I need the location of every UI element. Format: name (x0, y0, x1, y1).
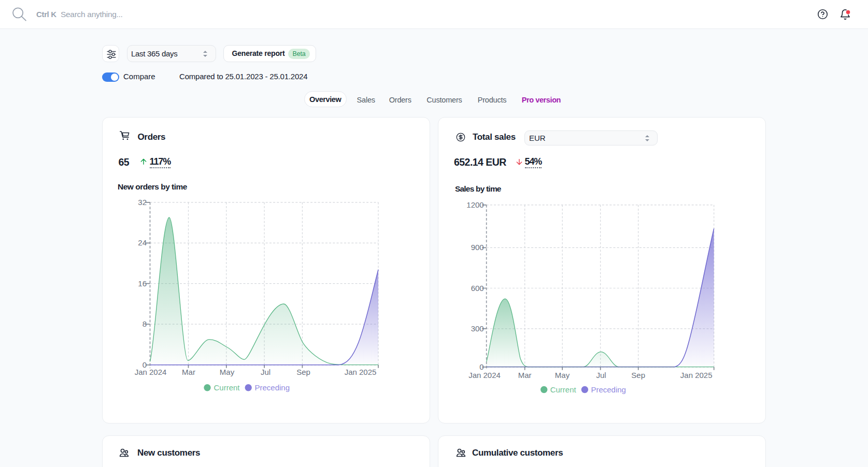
svg-text:Sep: Sep (296, 368, 310, 376)
svg-text:24: 24 (138, 238, 147, 247)
svg-text:900: 900 (471, 243, 484, 252)
svg-text:May: May (555, 371, 570, 380)
svg-text:300: 300 (471, 324, 484, 333)
svg-text:Jan 2025: Jan 2025 (680, 371, 713, 380)
svg-text:Sep: Sep (631, 371, 645, 380)
svg-text:Mar: Mar (182, 368, 195, 376)
svg-text:Jul: Jul (261, 368, 271, 376)
svg-text:Jul: Jul (596, 371, 606, 380)
svg-text:Preceding: Preceding (591, 385, 626, 394)
svg-text:Preceding: Preceding (255, 383, 290, 392)
svg-text:600: 600 (471, 284, 484, 293)
svg-text:May: May (220, 368, 235, 376)
svg-text:Current: Current (550, 385, 577, 394)
svg-text:Jan 2024: Jan 2024 (135, 368, 167, 376)
svg-text:Jan 2024: Jan 2024 (468, 371, 501, 380)
svg-text:16: 16 (138, 279, 147, 288)
svg-text:1200: 1200 (466, 200, 483, 209)
svg-text:32: 32 (138, 198, 147, 207)
svg-text:8: 8 (143, 319, 147, 328)
svg-text:Jan 2025: Jan 2025 (345, 368, 377, 376)
svg-text:Mar: Mar (518, 371, 532, 380)
svg-text:Current: Current (214, 383, 240, 392)
svg-text:0: 0 (479, 362, 483, 371)
